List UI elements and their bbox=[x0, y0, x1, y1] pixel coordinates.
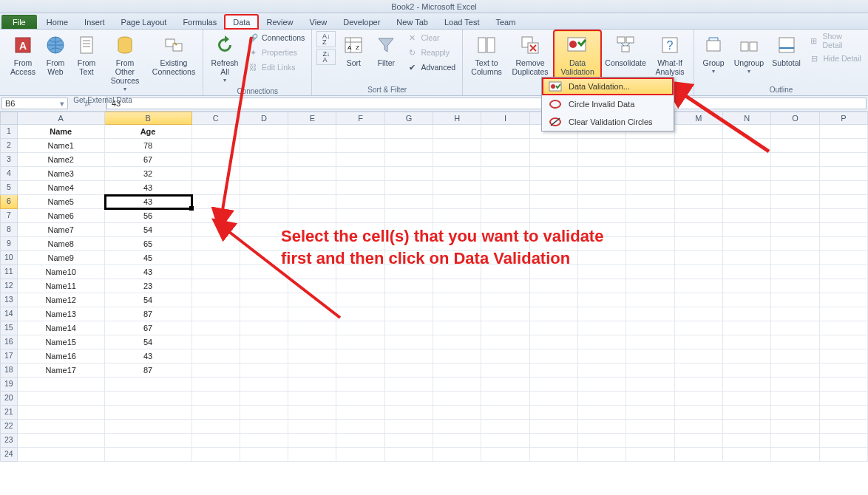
tab-formulas[interactable]: Formulas bbox=[174, 15, 225, 29]
cell[interactable] bbox=[675, 223, 723, 237]
cell[interactable] bbox=[240, 209, 288, 223]
cell[interactable] bbox=[578, 307, 626, 321]
cell[interactable]: Name2 bbox=[18, 153, 105, 167]
cell[interactable] bbox=[771, 195, 819, 209]
cell[interactable]: Name15 bbox=[18, 335, 105, 349]
cell[interactable] bbox=[385, 167, 433, 181]
cell[interactable]: 78 bbox=[105, 139, 192, 153]
cell[interactable] bbox=[723, 378, 771, 392]
cell[interactable]: 43 bbox=[105, 181, 192, 195]
remove-duplicates-button[interactable]: Remove Duplicates bbox=[509, 31, 552, 77]
tab-insert[interactable]: Insert bbox=[76, 15, 113, 29]
cell[interactable] bbox=[820, 378, 868, 392]
cell[interactable] bbox=[288, 293, 336, 307]
cell[interactable] bbox=[433, 167, 481, 181]
row-header[interactable]: 24 bbox=[0, 448, 18, 462]
cell[interactable] bbox=[481, 265, 529, 279]
cell[interactable] bbox=[675, 335, 723, 349]
cell[interactable] bbox=[481, 293, 529, 307]
from-text-button[interactable]: From Text bbox=[72, 31, 101, 77]
cell[interactable]: 56 bbox=[105, 209, 192, 223]
cell[interactable] bbox=[336, 167, 384, 181]
cell[interactable] bbox=[675, 125, 723, 139]
cell[interactable] bbox=[530, 448, 578, 462]
cell[interactable] bbox=[771, 406, 819, 420]
cell[interactable] bbox=[385, 251, 433, 265]
cell[interactable]: 32 bbox=[105, 167, 192, 181]
cell[interactable] bbox=[336, 195, 384, 209]
row-header[interactable]: 13 bbox=[0, 293, 18, 307]
cell[interactable] bbox=[433, 406, 481, 420]
cell[interactable] bbox=[530, 349, 578, 363]
cell[interactable] bbox=[481, 167, 529, 181]
cell[interactable]: Name3 bbox=[18, 167, 105, 181]
cell[interactable] bbox=[675, 420, 723, 434]
cell[interactable] bbox=[433, 293, 481, 307]
cell[interactable] bbox=[481, 125, 529, 139]
cell[interactable] bbox=[626, 363, 674, 378]
cell[interactable] bbox=[288, 349, 336, 363]
cell[interactable] bbox=[192, 139, 240, 153]
cell[interactable] bbox=[530, 209, 578, 223]
cell[interactable] bbox=[433, 448, 481, 462]
cell[interactable] bbox=[771, 125, 819, 139]
cell[interactable] bbox=[288, 223, 336, 237]
cell[interactable] bbox=[530, 335, 578, 349]
cell[interactable]: Name6 bbox=[18, 209, 105, 223]
row-header[interactable]: 7 bbox=[0, 209, 18, 223]
cell[interactable] bbox=[336, 209, 384, 223]
cell[interactable] bbox=[723, 139, 771, 153]
cell[interactable] bbox=[626, 279, 674, 293]
cell[interactable] bbox=[820, 392, 868, 406]
cell[interactable] bbox=[820, 237, 868, 251]
cell[interactable] bbox=[723, 195, 771, 209]
cell[interactable] bbox=[385, 223, 433, 237]
cell[interactable] bbox=[240, 237, 288, 251]
cell[interactable] bbox=[192, 349, 240, 363]
cell[interactable] bbox=[578, 279, 626, 293]
cell[interactable] bbox=[192, 153, 240, 167]
cell[interactable] bbox=[723, 420, 771, 434]
cell[interactable] bbox=[578, 265, 626, 279]
cell[interactable] bbox=[820, 209, 868, 223]
cell[interactable] bbox=[675, 392, 723, 406]
tab-view[interactable]: View bbox=[302, 15, 336, 29]
cell[interactable] bbox=[433, 420, 481, 434]
col-header-G[interactable]: G bbox=[385, 112, 433, 125]
cell[interactable] bbox=[385, 378, 433, 392]
cell[interactable] bbox=[192, 237, 240, 251]
cell[interactable]: Name1 bbox=[18, 139, 105, 153]
cell[interactable]: Name14 bbox=[18, 321, 105, 335]
cell[interactable] bbox=[820, 293, 868, 307]
cell[interactable] bbox=[723, 223, 771, 237]
cell[interactable] bbox=[723, 125, 771, 139]
cell[interactable] bbox=[18, 434, 105, 448]
advanced-filter-button[interactable]: ✔Advanced bbox=[404, 61, 458, 74]
cell[interactable] bbox=[288, 363, 336, 378]
col-header-I[interactable]: I bbox=[481, 112, 529, 125]
cell[interactable] bbox=[481, 181, 529, 195]
col-header-M[interactable]: M bbox=[675, 112, 723, 125]
cell[interactable] bbox=[240, 195, 288, 209]
cell[interactable] bbox=[336, 420, 384, 434]
cell[interactable] bbox=[288, 251, 336, 265]
properties-button[interactable]: ✦Properties bbox=[245, 46, 307, 59]
cell[interactable]: 54 bbox=[105, 293, 192, 307]
cell[interactable] bbox=[288, 209, 336, 223]
row-header[interactable]: 1 bbox=[0, 125, 18, 139]
menu-circle-invalid[interactable]: Circle Invalid Data bbox=[542, 95, 674, 113]
cell[interactable] bbox=[578, 139, 626, 153]
cell[interactable] bbox=[240, 139, 288, 153]
cell[interactable]: 23 bbox=[105, 279, 192, 293]
connections-button[interactable]: 🔗Connections bbox=[245, 31, 307, 44]
cell[interactable] bbox=[192, 321, 240, 335]
cell[interactable] bbox=[385, 237, 433, 251]
cell[interactable] bbox=[626, 335, 674, 349]
cell[interactable] bbox=[192, 363, 240, 378]
cell[interactable] bbox=[675, 195, 723, 209]
cell[interactable] bbox=[723, 349, 771, 363]
cell[interactable] bbox=[530, 378, 578, 392]
cell[interactable] bbox=[723, 265, 771, 279]
cell[interactable] bbox=[288, 448, 336, 462]
tab-pagelayout[interactable]: Page Layout bbox=[113, 15, 175, 29]
